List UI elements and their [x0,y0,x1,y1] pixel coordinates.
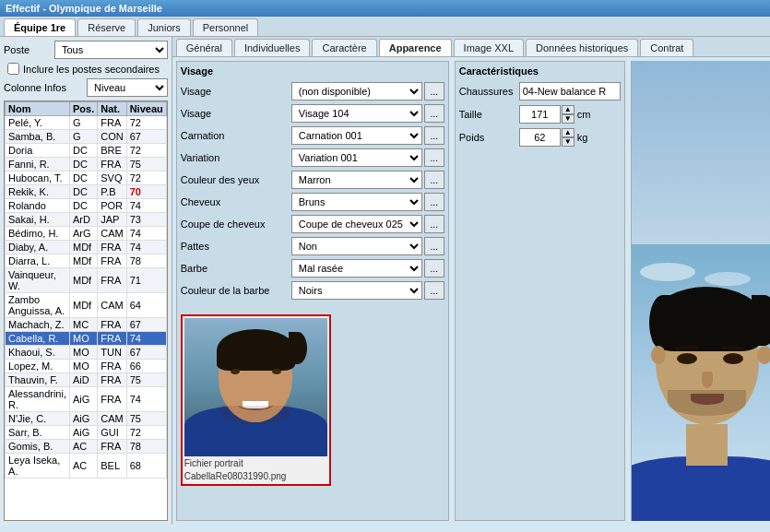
player-nom: Zambo Anguissa, A. [6,293,70,318]
field-label-carnation: Carnation [181,130,291,141]
player-niveau: 72 [126,116,166,130]
player-niveau: 75 [126,373,166,387]
visage-field-row: Variation Variation 001 ... [181,148,444,167]
player-nat: GUI [98,426,126,440]
player-nom: Fanni, R. [6,158,70,171]
table-row[interactable]: Leya Iseka, A. AC BEL 68 [6,454,167,479]
tab-apparence[interactable]: Apparence [379,39,452,56]
player-nom: Thauvin, F. [6,373,70,387]
table-row[interactable]: Gomis, B. AC FRA 78 [6,440,167,454]
table-row[interactable]: Hubocan, T. DC SVQ 72 [6,171,167,185]
field-select-visage-num[interactable]: Visage 104 [291,104,422,123]
chaussures-value[interactable] [519,82,621,100]
tab-equipe1re[interactable]: Équipe 1re [4,18,76,36]
tab-general[interactable]: Général [176,39,232,56]
table-row[interactable]: Pelé, Y. G FRA 72 [6,116,167,130]
field-label-yeux: Couleur des yeux [181,174,291,185]
table-row[interactable]: Vainqueur, W. MDf FRA 71 [6,268,167,293]
col-niveau[interactable]: Niveau [126,102,166,116]
player-niveau: 67 [126,346,166,360]
field-select-visage-type[interactable]: (non disponible) [291,82,422,100]
taille-down[interactable]: ▼ [562,114,575,124]
tab-personnel[interactable]: Personnel [193,18,259,36]
poids-input[interactable] [519,128,561,147]
player-pos: MO [69,346,97,360]
field-select-cheveux[interactable]: Bruns [291,193,422,211]
field-btn-pattes[interactable]: ... [424,237,444,255]
field-select-variation[interactable]: Variation 001 [291,148,422,167]
table-row[interactable]: Diaby, A. MDf FRA 74 [6,241,167,254]
table-row[interactable]: Doria DC BRE 72 [6,144,167,158]
field-select-couleurbarbe[interactable]: Noirs [291,281,422,300]
taille-spinner[interactable]: ▲ ▼ [562,105,575,124]
table-row[interactable]: Bédimo, H. ArG CAM 74 [6,227,167,241]
table-row[interactable]: Samba, B. G CON 67 [6,130,167,144]
taille-up[interactable]: ▲ [562,105,575,114]
col-pos[interactable]: Pos. [69,102,97,116]
tab-juniors[interactable]: Juniors [137,18,190,36]
tab-individuelles[interactable]: Individuelles [234,39,311,56]
portrait-image [184,318,327,456]
tab-imagexll[interactable]: Image XXL [454,39,524,56]
field-btn-visage-num[interactable]: ... [424,104,444,123]
colonne-select[interactable]: Niveau [87,78,168,97]
field-btn-carnation[interactable]: ... [424,126,444,145]
player-nat: CAM [98,293,126,318]
field-btn-visage-type[interactable]: ... [424,82,444,100]
player-pos: DC [69,144,97,158]
field-btn-variation[interactable]: ... [424,148,444,167]
field-select-coupe[interactable]: Coupe de cheveux 025 [291,215,422,233]
field-select-barbe[interactable]: Mal rasée [291,259,422,278]
table-row[interactable]: Alessandrini, R. AiG FRA 74 [6,387,167,412]
field-label-visage-type: Visage [181,86,291,97]
poids-label: Poids [459,132,519,143]
field-btn-couleurbarbe[interactable]: ... [424,281,444,300]
title-bar: Effectif - Olympique de Marseille [0,0,770,17]
tab-donnees[interactable]: Données historiques [526,39,638,56]
visage-field-row: Visage Visage 104 ... [181,104,444,123]
taille-input[interactable] [519,105,561,124]
table-row[interactable]: Fanni, R. DC FRA 75 [6,158,167,171]
table-row[interactable]: N'Jie, C. AiG CAM 75 [6,412,167,426]
postes-secondaires-checkbox[interactable] [7,63,19,75]
player-niveau: 67 [126,130,166,144]
visage-section: Visage Visage (non disponible) ... Visag… [176,61,449,521]
player-niveau: 66 [126,360,166,373]
field-select-yeux[interactable]: Marron [291,171,422,189]
tab-caractere[interactable]: Caractère [312,39,376,56]
table-row[interactable]: Lopez, M. MO FRA 66 [6,360,167,373]
poids-up[interactable]: ▲ [562,128,575,137]
table-row[interactable]: Zambo Anguissa, A. MDf CAM 64 [6,293,167,318]
table-row[interactable]: Machach, Z. MC FRA 67 [6,318,167,332]
field-select-carnation[interactable]: Carnation 001 [291,126,422,145]
col-nat[interactable]: Nat. [98,102,126,116]
table-row[interactable]: Sakai, H. ArD JAP 73 [6,213,167,227]
tab-contrat[interactable]: Contrat [640,39,693,56]
player-niveau: 75 [126,412,166,426]
field-btn-coupe[interactable]: ... [424,215,444,233]
field-select-pattes[interactable]: Non [291,237,422,255]
col-nom[interactable]: Nom [6,102,70,116]
table-row[interactable]: Diarra, L. MDf FRA 78 [6,254,167,268]
player-nom: Samba, B. [6,130,70,144]
poids-down[interactable]: ▼ [562,137,575,147]
player-nom: Rekik, K. [6,185,70,199]
table-row[interactable]: Sarr, B. AiG GUI 72 [6,426,167,440]
player-nom: Cabella, R. [6,332,70,346]
chaussures-label: Chaussures [459,86,519,97]
poste-select[interactable]: Tous [54,41,168,59]
poids-spinner[interactable]: ▲ ▼ [562,128,575,147]
app-title: Effectif - Olympique de Marseille [6,3,162,14]
player-nom: Diarra, L. [6,254,70,268]
field-btn-barbe[interactable]: ... [424,259,444,278]
field-btn-yeux[interactable]: ... [424,171,444,189]
field-btn-cheveux[interactable]: ... [424,193,444,211]
tab-reserve[interactable]: Réserve [77,18,136,36]
player-nom: Diaby, A. [6,241,70,254]
portrait-frame: Fichier portrait CabellaRe08031990.png [181,314,331,486]
table-row[interactable]: Cabella, R. MO FRA 74 [6,332,167,346]
table-row[interactable]: Rolando DC POR 74 [6,199,167,213]
table-row[interactable]: Rekik, K. DC P.B 70 [6,185,167,199]
table-row[interactable]: Thauvin, F. AiD FRA 75 [6,373,167,387]
table-row[interactable]: Khaoui, S. MO TUN 67 [6,346,167,360]
